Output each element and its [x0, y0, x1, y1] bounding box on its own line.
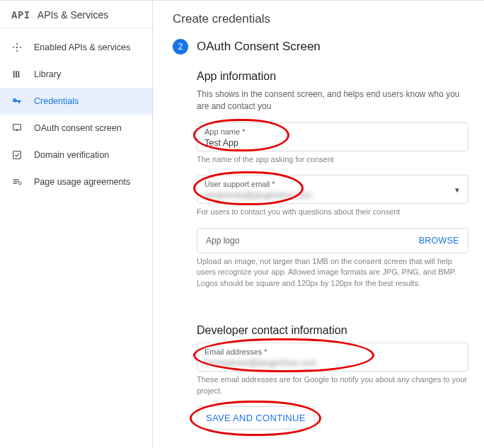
nav-label: OAuth consent screen: [34, 123, 122, 133]
support-email-field[interactable]: User support email * emashree@pluginhive…: [197, 175, 468, 204]
nav-list: Enabled APIs & services Library Credenti…: [0, 28, 152, 195]
svg-point-1: [14, 100, 16, 101]
step-number-badge: 2: [173, 39, 188, 54]
app-logo-field[interactable]: App logo BROWSE: [197, 228, 468, 253]
browse-button[interactable]: BROWSE: [419, 236, 459, 246]
check-icon: [10, 148, 24, 162]
key-icon: [10, 94, 24, 108]
app-name-field[interactable]: App name * Test App: [197, 122, 468, 151]
nav-label: Credentials: [34, 96, 79, 106]
save-and-continue-button[interactable]: SAVE AND CONTINUE: [197, 406, 315, 430]
app-name-label: App name *: [204, 127, 461, 137]
sidebar-item-credentials[interactable]: Credentials: [0, 88, 152, 115]
dev-email-helper: These email addresses are for Google to …: [197, 374, 468, 396]
app-info-heading: App information: [197, 70, 468, 83]
app-logo-label: App logo: [206, 236, 239, 246]
sidebar-item-library[interactable]: Library: [0, 61, 152, 88]
sidebar-item-enabled-apis[interactable]: Enabled APIs & services: [0, 34, 152, 61]
sidebar-item-page-usage[interactable]: Page usage agreements: [0, 168, 152, 195]
support-email-value: emashree@pluginhive.com: [204, 189, 312, 200]
nav-label: Enabled APIs & services: [34, 42, 130, 52]
nav-label: Library: [34, 69, 61, 79]
nav-label: Domain verification: [34, 150, 109, 160]
sidebar: API APIs & Services Enabled APIs & servi…: [0, 1, 153, 448]
support-email-label: User support email *: [204, 180, 312, 189]
svg-rect-4: [13, 151, 21, 159]
app-information-section: App information This shows in the consen…: [173, 70, 468, 430]
app-name-helper: The name of the app asking for consent: [197, 154, 468, 165]
step-header: 2 OAuth Consent Screen: [173, 39, 468, 54]
agreement-icon: [10, 175, 24, 189]
main-content: Create credentials 2 OAuth Consent Scree…: [153, 1, 484, 448]
app-info-desc: This shows in the consent screen, and he…: [197, 88, 468, 113]
dev-email-value: hemashree@pluginhive.com: [204, 357, 461, 368]
consent-icon: [10, 121, 24, 135]
api-logo: API: [11, 9, 30, 21]
dev-email-label: Email addresses *: [204, 348, 461, 357]
dev-email-field[interactable]: Email addresses * hemashree@pluginhive.c…: [197, 343, 468, 372]
sidebar-header: API APIs & Services: [0, 1, 152, 28]
apis-icon: [10, 40, 24, 54]
support-email-helper: For users to contact you with questions …: [197, 207, 468, 217]
app-logo-helper: Upload an image, not larger than 1MB on …: [197, 256, 468, 289]
app-name-value: Test App: [204, 137, 461, 148]
sidebar-item-oauth-consent[interactable]: OAuth consent screen: [0, 115, 152, 142]
svg-point-0: [16, 47, 18, 49]
page-title: Create credentials: [173, 12, 468, 26]
library-icon: [10, 67, 24, 81]
sidebar-title: APIs & Services: [38, 9, 108, 21]
sidebar-item-domain-verification[interactable]: Domain verification: [0, 142, 152, 168]
svg-point-5: [18, 182, 21, 185]
svg-rect-3: [16, 129, 18, 131]
dropdown-arrow-icon: ▼: [454, 186, 461, 194]
step-title: OAuth Consent Screen: [197, 40, 321, 54]
dev-info-heading: Developer contact information: [197, 324, 468, 337]
nav-label: Page usage agreements: [34, 177, 130, 187]
